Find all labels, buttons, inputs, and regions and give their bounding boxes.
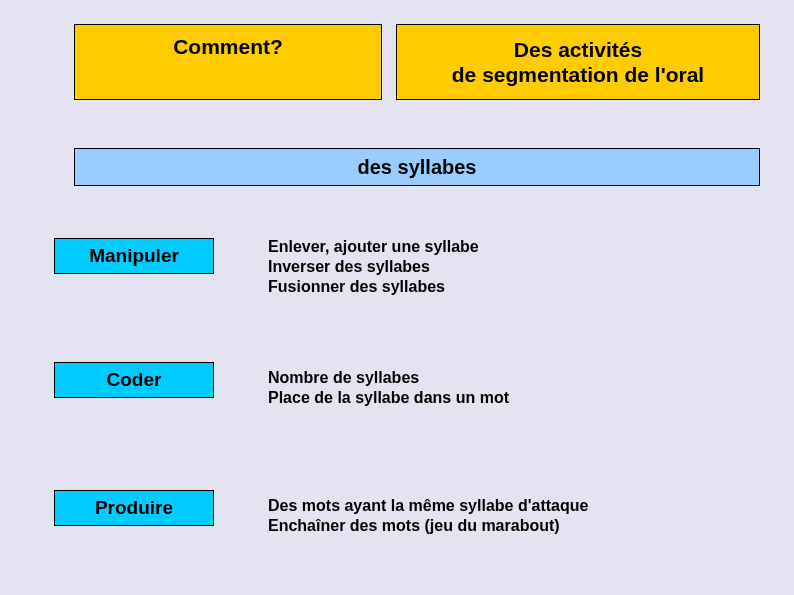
desc-line: Inverser des syllabes — [268, 257, 738, 277]
desc-coder: Nombre de syllabes Place de la syllabe d… — [268, 368, 738, 408]
action-label: Coder — [107, 369, 162, 391]
desc-produire: Des mots ayant la même syllabe d'attaque… — [268, 496, 738, 536]
comment-box: Comment? — [74, 24, 382, 100]
activities-box: Des activités de segmentation de l'oral — [396, 24, 760, 100]
desc-line: Nombre de syllabes — [268, 368, 738, 388]
desc-line: Enchaîner des mots (jeu du marabout) — [268, 516, 738, 536]
desc-line: Enlever, ajouter une syllabe — [268, 237, 738, 257]
desc-line: Place de la syllabe dans un mot — [268, 388, 738, 408]
action-label: Manipuler — [89, 245, 179, 267]
activities-line1: Des activités — [514, 37, 642, 62]
action-label: Produire — [95, 497, 173, 519]
action-box-manipuler: Manipuler — [54, 238, 214, 274]
action-box-coder: Coder — [54, 362, 214, 398]
desc-line: Fusionner des syllabes — [268, 277, 738, 297]
desc-manipuler: Enlever, ajouter une syllabe Inverser de… — [268, 237, 738, 297]
subtitle-box: des syllabes — [74, 148, 760, 186]
desc-line: Des mots ayant la même syllabe d'attaque — [268, 496, 738, 516]
comment-text: Comment? — [173, 35, 283, 59]
action-box-produire: Produire — [54, 490, 214, 526]
subtitle-text: des syllabes — [358, 156, 477, 179]
activities-line2: de segmentation de l'oral — [452, 62, 704, 87]
